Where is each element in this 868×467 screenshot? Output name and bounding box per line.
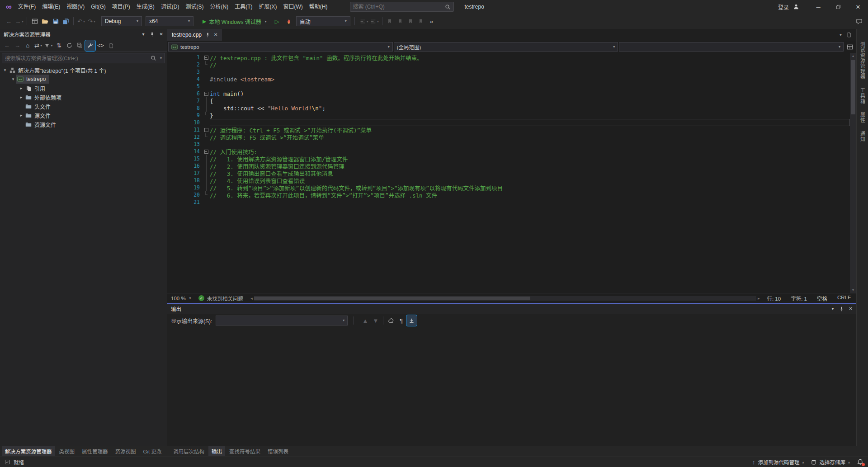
collapse-all-icon[interactable] [75,40,85,51]
dock-tab[interactable]: 类视图 [56,446,78,456]
scope-dropdown[interactable]: (全局范围) ▾ [394,42,618,52]
quick-search-box[interactable] [350,2,454,12]
menu-item[interactable]: 视图(V) [63,2,88,12]
code-line-1[interactable]: 1−// testrepo.cpp : 此文件包含 "main" 函数。程序执行… [167,54,850,61]
tree-collapsed-icon[interactable]: ▸ [18,95,24,99]
previous-bookmark-icon[interactable] [395,16,406,27]
fold-collapse-icon[interactable]: − [203,90,210,97]
sync-active-document-icon[interactable]: ⇅ [54,40,64,51]
home-icon[interactable]: ⌂ [23,40,33,51]
menu-item[interactable]: 生成(B) [133,2,158,12]
minimize-button[interactable]: ─ [808,0,828,14]
notifications-button[interactable] [857,459,863,465]
tree-item[interactable]: 头文件 [0,102,167,111]
pin-icon[interactable] [839,307,844,311]
solution-configurations-dropdown[interactable]: Debug ▾ [101,16,142,26]
close-panel-icon[interactable]: ✕ [849,307,853,311]
code-line-20[interactable]: 20// 6. 将来，若要再次打开此项目，请转到“文件”>“打开”>“项目”并选… [167,191,850,198]
search-input[interactable] [353,4,445,10]
dock-tab[interactable]: 解决方案资源管理器 [2,446,55,456]
next-message-icon[interactable]: ▼ [370,315,381,326]
window-position-menu-icon[interactable]: ▾ [142,32,145,37]
code-line-5[interactable]: 5 [167,83,850,90]
dock-tab[interactable]: 属性管理器 [79,446,111,456]
navigate-forward-icon[interactable]: →▾ [14,16,24,27]
hot-reload-mode-dropdown[interactable]: 自动 ▾ [296,16,350,26]
word-wrap-icon[interactable]: ¶ [396,315,406,326]
navigate-backward-icon[interactable]: ← [2,40,12,51]
tree-item[interactable]: ▸外部依赖项 [0,93,167,102]
code-line-13[interactable]: 13 [167,141,850,148]
view-code-icon[interactable]: <> [95,40,106,51]
open-folder-icon[interactable] [40,16,50,27]
panel-tab[interactable]: 错误列表 [264,446,292,456]
tree-item[interactable]: ▾解决方案"testrepo"(1 个项目/共 1 个) [0,66,167,75]
close-tab-icon[interactable]: ✕ [214,33,217,37]
close-window-button[interactable]: ✕ [848,0,868,14]
scroll-down-icon[interactable]: ▾ [852,288,854,292]
code-line-4[interactable]: 4#include <iostream> [167,75,850,83]
document-health-indicator[interactable]: ✓ 未找到相关问题 [198,295,244,302]
fold-collapse-icon[interactable]: − [203,148,210,155]
output-source-dropdown[interactable]: ▾ [216,316,348,325]
solution-platforms-dropdown[interactable]: x64 ▾ [146,16,193,26]
menu-item[interactable]: 文件(F) [15,2,39,12]
preview-selected-icon[interactable] [106,40,116,51]
code-line-7[interactable]: 7{ [167,97,850,104]
window-layout-icon[interactable] [29,16,40,27]
hot-reload-button[interactable] [284,16,294,27]
switch-views-icon[interactable]: ⇄▾ [33,40,43,51]
navigate-forward-icon[interactable]: → [12,40,23,51]
scroll-up-icon[interactable]: ▴ [852,54,854,58]
window-position-menu-icon[interactable]: ▾ [832,307,834,311]
menu-item[interactable]: 测试(S) [183,2,207,12]
menu-item[interactable]: 编辑(E) [39,2,63,12]
tree-collapsed-icon[interactable]: ▸ [18,113,24,118]
code-line-3[interactable]: 3 [167,68,850,75]
next-bookmark-icon[interactable] [406,16,416,27]
line-ending-indicator[interactable]: CRLF [837,295,851,302]
solution-explorer-search[interactable]: ▾ [2,53,165,63]
tree-expanded-icon[interactable]: ▾ [10,77,16,81]
toggle-bookmark-icon[interactable] [385,16,395,27]
solution-search-input[interactable] [5,56,148,61]
tree-expanded-icon[interactable]: ▾ [2,68,8,72]
tree-item[interactable]: ▾++testrepo [0,75,167,84]
menu-item[interactable]: Git(G) [88,2,109,12]
zoom-dropdown[interactable]: 100 % ▾ [171,296,191,301]
code-line-2[interactable]: 2// [167,61,850,68]
panel-tab[interactable]: 输出 [208,446,225,456]
start-without-debugging-button[interactable]: ▷ [272,18,282,25]
save-icon[interactable] [50,16,61,27]
editor-horizontal-scrollbar[interactable]: ◂ ▸ [250,296,760,301]
pin-tab-icon[interactable] [205,33,210,38]
save-all-icon[interactable] [61,16,71,27]
code-editor[interactable]: 1−// testrepo.cpp : 此文件包含 "main" 函数。程序执行… [167,53,856,293]
tab-list-icon[interactable]: ▾ [840,33,842,37]
previous-message-icon[interactable]: ▲ [360,315,370,326]
tree-collapsed-icon[interactable]: ▸ [18,86,24,90]
autohide-tab[interactable]: 工具箱 [859,88,866,104]
float-group-icon[interactable] [846,32,852,38]
send-feedback-button[interactable] [854,16,864,27]
menu-item[interactable]: 扩展(X) [256,2,280,12]
autohide-tab[interactable]: 通知 [859,131,866,142]
navigate-backward-icon[interactable]: ← [4,16,14,27]
decrease-indent-icon[interactable]: ▾ [359,16,369,27]
split-window-icon[interactable] [844,44,855,50]
menu-item[interactable]: 工具(T) [231,2,255,12]
autohide-tab[interactable]: 测试资源管理器 [859,42,866,80]
menu-item[interactable]: 窗口(W) [280,2,306,12]
overflow-icon[interactable]: » [426,16,437,27]
output-content[interactable] [167,327,856,446]
panel-tab[interactable]: 查找符号结果 [226,446,264,456]
scroll-left-icon[interactable]: ◂ [250,296,253,301]
code-line-9[interactable]: 9} [167,112,850,119]
panel-tab[interactable]: 调用层次结构 [170,446,208,456]
pin-icon[interactable] [150,32,155,37]
dock-tab[interactable]: Git 更改 [140,446,165,456]
add-to-source-control-button[interactable]: ↑ 添加到源代码管理 ▴ [752,458,804,466]
editor-vertical-scrollbar[interactable]: ▴ ▾ [850,53,856,293]
properties-icon[interactable] [85,40,95,51]
tree-item[interactable]: 资源文件 [0,120,167,129]
